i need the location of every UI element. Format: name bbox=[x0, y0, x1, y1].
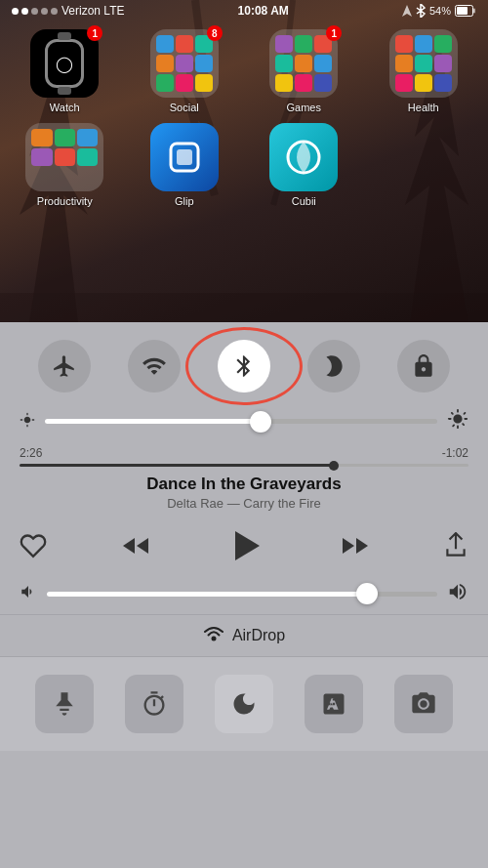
games-folder[interactable]: 1 Games bbox=[249, 29, 359, 113]
calculator-button[interactable] bbox=[305, 675, 363, 733]
volume-thumb[interactable] bbox=[356, 583, 378, 604]
cubii-label: Cubii bbox=[292, 195, 316, 207]
home-screen: Verizon LTE 10:08 AM 54% bbox=[0, 0, 488, 322]
glip-label: Glip bbox=[175, 195, 194, 207]
volume-max-icon bbox=[447, 581, 468, 606]
productivity-folder[interactable]: Productivity bbox=[10, 123, 120, 207]
playback-row bbox=[0, 515, 488, 577]
watch-icon: ◯ 1 bbox=[30, 29, 99, 98]
signal-dot-4 bbox=[41, 8, 48, 15]
progress-fill bbox=[20, 464, 334, 467]
svg-rect-3 bbox=[457, 7, 468, 15]
flashlight-button[interactable] bbox=[35, 675, 94, 733]
watch-label: Watch bbox=[50, 102, 80, 113]
svg-point-9 bbox=[211, 637, 216, 641]
cubii-folder[interactable]: Cubii bbox=[249, 123, 359, 207]
signal-dot-5 bbox=[51, 8, 58, 15]
bluetooth-status-icon bbox=[416, 4, 426, 18]
signal-dot-1 bbox=[12, 8, 19, 15]
brightness-fill bbox=[45, 419, 261, 424]
night-shift-icon bbox=[230, 690, 258, 718]
svg-rect-4 bbox=[473, 9, 475, 14]
brightness-max-icon bbox=[447, 408, 468, 434]
progress-thumb[interactable] bbox=[329, 461, 339, 471]
heart-icon bbox=[20, 532, 47, 559]
volume-slider[interactable] bbox=[47, 592, 437, 597]
cubii-icon bbox=[269, 123, 338, 191]
elapsed-time: 2:26 bbox=[20, 446, 42, 460]
night-shift-button[interactable] bbox=[215, 675, 273, 733]
games-badge: 1 bbox=[326, 25, 342, 41]
glip-icon bbox=[150, 123, 219, 191]
bluetooth-icon bbox=[231, 353, 257, 379]
brightness-row bbox=[0, 402, 488, 440]
status-right: 54% bbox=[402, 4, 476, 18]
signal-dot-3 bbox=[31, 8, 38, 15]
social-folder[interactable]: 8 Social bbox=[130, 29, 240, 113]
signal-dot-2 bbox=[21, 8, 28, 15]
like-button[interactable] bbox=[20, 532, 47, 559]
status-left: Verizon LTE bbox=[12, 4, 124, 18]
airplane-mode-button[interactable] bbox=[38, 340, 91, 393]
status-time: 10:08 AM bbox=[238, 4, 289, 18]
rotation-lock-icon bbox=[411, 353, 436, 379]
watch-shape: ◯ bbox=[45, 39, 84, 88]
bluetooth-button[interactable] bbox=[218, 340, 270, 393]
volume-min-icon bbox=[20, 583, 37, 604]
timer-icon bbox=[141, 690, 168, 718]
wifi-button[interactable] bbox=[128, 340, 181, 393]
camera-icon bbox=[410, 690, 437, 718]
health-folder[interactable]: Health bbox=[369, 29, 479, 113]
social-icon: 8 bbox=[150, 29, 219, 98]
rotation-lock-button[interactable] bbox=[397, 340, 450, 393]
status-bar: Verizon LTE 10:08 AM 54% bbox=[0, 0, 488, 21]
social-badge: 8 bbox=[207, 25, 223, 41]
rewind-button[interactable] bbox=[119, 532, 152, 559]
flashlight-icon bbox=[51, 690, 78, 718]
moon-icon bbox=[321, 353, 346, 379]
location-icon bbox=[402, 5, 412, 17]
games-icon: 1 bbox=[269, 29, 338, 98]
share-icon bbox=[443, 532, 468, 559]
airplane-icon bbox=[52, 353, 77, 379]
quick-actions-row bbox=[0, 657, 488, 751]
song-title: Dance In the Graveyards bbox=[20, 475, 468, 494]
brightness-min-icon bbox=[20, 412, 35, 431]
glip-folder[interactable]: Glip bbox=[130, 123, 240, 207]
health-label: Health bbox=[408, 102, 439, 113]
productivity-icon bbox=[25, 123, 103, 191]
social-label: Social bbox=[170, 102, 199, 113]
control-center: 2:26 -1:02 Dance In the Graveyards Delta… bbox=[0, 322, 488, 868]
progress-track[interactable] bbox=[20, 464, 468, 467]
do-not-disturb-button[interactable] bbox=[307, 340, 360, 393]
toggle-row bbox=[0, 322, 488, 402]
signal-dots bbox=[12, 8, 58, 15]
play-icon bbox=[225, 526, 264, 565]
volume-row bbox=[0, 577, 488, 614]
play-button[interactable] bbox=[224, 524, 266, 567]
brightness-thumb[interactable] bbox=[250, 411, 271, 433]
remaining-time: -1:02 bbox=[442, 446, 468, 460]
watch-folder[interactable]: ◯ 1 Watch bbox=[10, 29, 120, 113]
battery-text: 54% bbox=[429, 5, 451, 17]
fast-forward-button[interactable] bbox=[339, 532, 372, 559]
app-grid: ◯ 1 Watch 8 Social bbox=[0, 21, 488, 215]
battery-icon bbox=[455, 5, 476, 17]
timer-button[interactable] bbox=[125, 675, 183, 733]
rewind-icon bbox=[119, 532, 152, 559]
song-artist: Delta Rae — Carry the Fire bbox=[20, 496, 468, 511]
airdrop-row[interactable]: AirDrop bbox=[0, 614, 488, 657]
brightness-slider[interactable] bbox=[45, 419, 437, 424]
airdrop-icon bbox=[203, 625, 224, 646]
wifi-icon bbox=[142, 353, 167, 379]
svg-rect-1 bbox=[0, 293, 488, 322]
games-label: Games bbox=[287, 102, 321, 113]
carrier-text: Verizon LTE bbox=[61, 4, 124, 18]
share-button[interactable] bbox=[443, 532, 468, 559]
fast-forward-icon bbox=[339, 532, 372, 559]
calculator-icon bbox=[320, 690, 347, 718]
productivity-label: Productivity bbox=[37, 195, 93, 207]
camera-button[interactable] bbox=[394, 675, 453, 733]
svg-rect-6 bbox=[177, 149, 192, 165]
time-row: 2:26 -1:02 bbox=[20, 446, 468, 460]
